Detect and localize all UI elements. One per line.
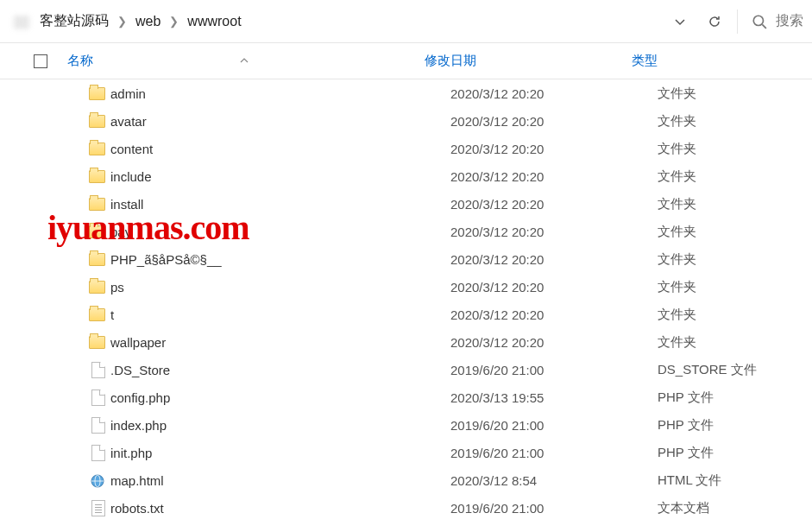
file-type: 文件夹 [658,141,812,157]
file-name: ps [110,280,450,294]
refresh-button[interactable] [697,6,732,37]
html-file-icon [90,472,105,489]
file-date: 2020/3/12 8:54 [450,473,658,488]
breadcrumb-part-2[interactable]: wwwroot [182,14,246,29]
row-icon [55,198,110,211]
chevron-right-icon: ❯ [114,15,130,28]
refresh-icon [708,15,721,28]
folder-icon [89,87,105,100]
file-row[interactable]: content2020/3/12 20:20文件夹 [0,135,812,162]
row-icon [55,445,110,461]
column-type-label: 类型 [632,53,658,67]
file-date: 2020/3/13 19:55 [450,390,658,405]
column-header-date[interactable]: 修改日期 [425,53,632,69]
folder-icon [89,308,105,321]
row-icon [55,170,110,183]
chevron-right-icon: ❯ [166,15,182,28]
row-icon [55,417,110,434]
file-row[interactable]: pay2020/3/12 20:20文件夹 [0,218,812,245]
row-icon [55,500,110,516]
row-icon [55,87,110,100]
file-row[interactable]: map.html2020/3/12 8:54HTML 文件 [0,466,812,494]
file-row[interactable]: t2020/3/12 20:20文件夹 [0,301,812,328]
file-date: 2020/3/12 20:20 [450,114,658,129]
file-date: 2020/3/12 20:20 [450,197,658,212]
svg-line-1 [762,24,766,28]
file-date: 2020/3/12 20:20 [450,142,658,156]
search-icon [752,14,767,29]
folder-icon [89,253,105,266]
file-type: 文件夹 [658,279,812,295]
row-icon [55,142,110,155]
file-date: 2019/6/20 21:00 [450,501,658,516]
history-dropdown-button[interactable] [663,6,697,37]
column-name-label: 名称 [67,53,93,69]
file-row[interactable]: avatar2020/3/12 20:20文件夹 [0,107,812,135]
file-icon [91,417,105,434]
file-date: 2019/6/20 21:00 [450,418,658,433]
column-header-name[interactable]: 名称 [55,53,425,69]
file-row[interactable]: init.php2019/6/20 21:00PHP 文件 [0,439,812,466]
file-row[interactable]: PHP_ã§åPSå©§__2020/3/12 20:20文件夹 [0,245,812,273]
breadcrumb[interactable]: ▯▯ 客整站源码 ❯ web ❯ wwwroot [9,12,663,30]
file-row[interactable]: install2020/3/12 20:20文件夹 [0,190,812,218]
file-row[interactable]: robots.txt2019/6/20 21:00文本文档 [0,494,812,522]
file-row[interactable]: index.php2019/6/20 21:00PHP 文件 [0,411,812,439]
file-type: DS_STORE 文件 [658,362,812,378]
search-box[interactable]: 搜索 [743,12,803,30]
file-name: index.php [110,418,450,433]
file-type: PHP 文件 [658,445,812,461]
file-row[interactable]: admin2020/3/12 20:20文件夹 [0,79,812,107]
breadcrumb-part-0[interactable]: 客整站源码 [35,12,114,30]
row-icon [55,472,110,489]
file-type: PHP 文件 [658,417,812,434]
file-icon [91,390,105,406]
toolbar: ▯▯ 客整站源码 ❯ web ❯ wwwroot 搜索 [0,0,812,43]
file-name: wallpaper [110,335,450,350]
file-row[interactable]: .DS_Store2019/6/20 21:00DS_STORE 文件 [0,356,812,383]
file-row[interactable]: wallpaper2020/3/12 20:20文件夹 [0,328,812,356]
file-date: 2020/3/12 20:20 [450,169,658,184]
file-date: 2019/6/20 21:00 [450,363,658,377]
file-type: 文件夹 [658,86,812,102]
folder-icon [89,115,105,128]
column-header-type[interactable]: 类型 [632,53,812,69]
file-name: robots.txt [110,501,450,516]
file-date: 2019/6/20 21:00 [450,446,658,460]
breadcrumb-part-1[interactable]: web [130,14,166,29]
file-list: admin2020/3/12 20:20文件夹avatar2020/3/12 2… [0,79,812,522]
file-name: avatar [110,114,450,129]
file-date: 2020/3/12 20:20 [450,252,658,267]
file-type: 文件夹 [658,168,812,185]
search-label: 搜索 [776,12,803,30]
file-type: 文件夹 [658,307,812,323]
file-type: PHP 文件 [658,390,812,406]
file-name: t [110,307,450,322]
file-name: pay [110,225,450,239]
breadcrumb-blurred: ▯▯ [9,13,35,29]
folder-icon [89,198,105,211]
file-row[interactable]: include2020/3/12 20:20文件夹 [0,162,812,190]
file-date: 2020/3/12 20:20 [450,225,658,239]
toolbar-divider [737,10,738,34]
file-row[interactable]: ps2020/3/12 20:20文件夹 [0,273,812,301]
file-icon [91,362,105,378]
file-name: content [110,142,450,156]
column-header-row: 名称 修改日期 类型 [0,43,812,79]
file-date: 2020/3/12 20:20 [450,335,658,350]
svg-point-0 [753,16,763,25]
chevron-up-icon [240,56,249,65]
file-type: 文件夹 [658,196,812,212]
select-all-checkbox[interactable] [26,54,55,68]
file-row[interactable]: config.php2020/3/13 19:55PHP 文件 [0,383,812,411]
sort-indicator [240,55,249,67]
file-name: init.php [110,446,450,460]
file-icon [91,445,105,461]
file-name: .DS_Store [110,363,450,377]
file-name: install [110,197,450,212]
row-icon [55,336,110,349]
file-type: HTML 文件 [658,472,812,489]
file-date: 2020/3/12 20:20 [450,280,658,294]
file-type: 文件夹 [658,251,812,268]
file-name: admin [110,86,450,101]
